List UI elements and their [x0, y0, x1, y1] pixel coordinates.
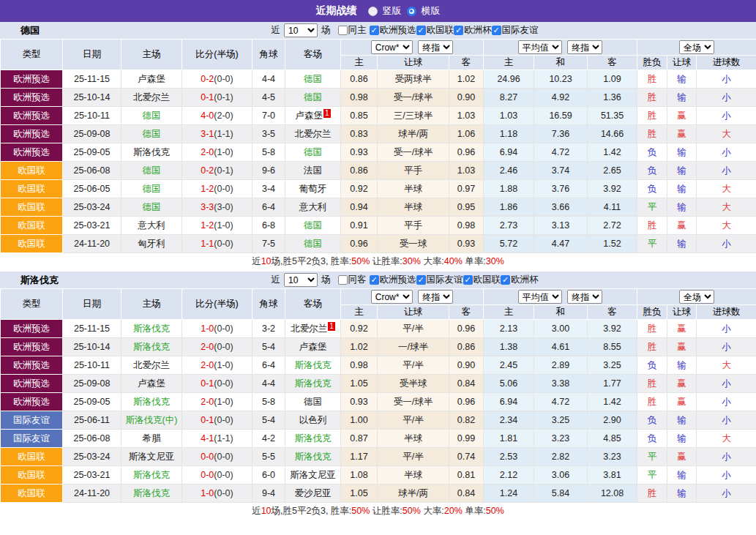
near-label: 近 — [272, 274, 281, 286]
average-select[interactable]: 平均值 — [518, 290, 562, 304]
same-venue-checkbox[interactable] — [338, 26, 348, 35]
result-handicap: 输 — [667, 466, 697, 485]
score-cell: 1-2(0-0) — [182, 180, 252, 198]
away-team-link[interactable]: 卢森堡 — [295, 111, 323, 121]
bookmaker-select[interactable]: Crow* — [371, 40, 413, 54]
same-venue-label: 同客 — [348, 274, 367, 286]
home-team-link[interactable]: 德国 — [143, 129, 161, 139]
away-team-link[interactable]: 意大利 — [299, 202, 327, 212]
scope-select[interactable]: 全场 — [679, 290, 714, 304]
home-team-link[interactable]: 斯洛伐克 — [133, 397, 170, 407]
result-goals: 小 — [697, 235, 756, 253]
horizontal-view-label[interactable]: 横版 — [422, 4, 441, 18]
fulltime-score: 1-1 — [201, 239, 214, 249]
home-team-link[interactable]: 斯洛伐克 — [133, 342, 170, 352]
away-team-link[interactable]: 德国 — [304, 74, 322, 84]
match-row: 国际友谊25-06-11斯洛伐克(中)0-1(0-0)5-4以色列1.00平/半… — [1, 411, 756, 430]
home-team-link[interactable]: 斯洛伐克 — [133, 147, 170, 157]
vertical-view-label[interactable]: 竖版 — [383, 4, 402, 18]
home-team-link[interactable]: 斯洛伐克 — [133, 323, 170, 334]
away-team-link[interactable]: 德国 — [304, 220, 322, 231]
home-team-link[interactable]: 德国 — [143, 184, 161, 194]
same-venue-checkbox[interactable] — [338, 275, 348, 285]
home-team-link[interactable]: 意大利 — [138, 220, 165, 231]
match-row: 欧国联25-03-21斯洛伐克0-0(0-0)6-0斯洛文尼亚1.08半球0.8… — [1, 466, 756, 485]
bookmaker-time-select[interactable]: 终指 — [418, 40, 453, 54]
result-handicap: 输 — [667, 430, 697, 448]
league-filter-checkbox[interactable] — [492, 26, 501, 35]
league-filter-checkbox[interactable] — [416, 26, 426, 35]
home-team-link[interactable]: 卢森堡 — [138, 74, 165, 84]
avg-away-odds: 1.42 — [588, 393, 637, 411]
match-date: 25-06-08 — [63, 162, 121, 180]
home-team-link[interactable]: 斯洛伐克 — [133, 488, 170, 498]
away-team-link[interactable]: 德国 — [304, 92, 322, 102]
score-cell: 1-0(0-0) — [182, 320, 252, 338]
table-group-header-row: 类型 日期 主场 比分(半场) 角球 客场 Crow* 终指 平均值 终指 全场 — [1, 289, 756, 305]
home-team-link[interactable]: 卢森堡 — [138, 378, 165, 389]
home-team-link[interactable]: 斯洛伐克 — [133, 470, 170, 480]
result-handicap: 输 — [667, 162, 697, 180]
home-team-link[interactable]: 匈牙利 — [138, 239, 165, 249]
match-row: 欧国联25-03-24斯洛文尼亚0-0(0-0)5-5斯洛伐克1.17平/半0.… — [1, 448, 756, 466]
away-team-link[interactable]: 卢森堡 — [299, 342, 327, 352]
subcol-goals: 进球数 — [697, 56, 756, 70]
away-team-link[interactable]: 以色列 — [299, 415, 327, 425]
home-team-link[interactable]: 德国 — [143, 165, 161, 176]
bookmaker-odds-group-header: Crow* 终指 — [341, 40, 484, 56]
column-header-home: 主场 — [121, 289, 182, 320]
scope-select[interactable]: 全场 — [679, 40, 714, 54]
league-filter-checkbox[interactable] — [463, 275, 473, 285]
league-filter-checkbox[interactable] — [370, 275, 379, 285]
league-filter-checkbox[interactable] — [370, 26, 379, 35]
home-team-link[interactable]: 希腊 — [143, 433, 161, 444]
away-team-link[interactable]: 斯洛伐克 — [295, 452, 332, 462]
league-filter-checkbox[interactable] — [454, 26, 463, 35]
match-row: 欧国联24-11-20匈牙利1-1(0-0)7-5德国0.96受一球0.935.… — [1, 235, 756, 253]
away-team-link[interactable]: 北爱尔兰 — [295, 129, 332, 139]
summary-part: 10 — [261, 506, 272, 516]
average-select[interactable]: 平均值 — [518, 40, 562, 54]
home-team-link[interactable]: 北爱尔兰 — [133, 360, 170, 370]
rounds-select[interactable]: 10 — [284, 273, 318, 287]
rounds-select[interactable]: 10 — [284, 23, 318, 37]
away-team-link[interactable]: 北爱尔兰 — [291, 323, 327, 334]
subcol-away-odds: 客 — [449, 305, 484, 320]
away-team-link[interactable]: 法国 — [304, 165, 322, 176]
fulltime-score: 0-2 — [201, 165, 214, 176]
home-team-link[interactable]: 斯洛伐克(中) — [126, 415, 178, 425]
summary-part: 近 — [252, 256, 261, 266]
halftime-score: (1-0) — [214, 397, 233, 407]
corner-count: 6-4 — [252, 198, 285, 217]
away-team-link[interactable]: 斯洛伐克 — [295, 433, 332, 444]
red-card-badge: 1 — [328, 322, 335, 331]
league-filter-checkbox[interactable] — [501, 275, 510, 285]
away-team-link[interactable]: 葡萄牙 — [299, 184, 327, 194]
avg-home-odds: 6.94 — [484, 143, 534, 162]
horizontal-view-radio[interactable] — [407, 7, 416, 16]
home-team-link[interactable]: 北爱尔兰 — [133, 92, 170, 102]
average-time-select[interactable]: 终指 — [567, 290, 602, 304]
league-filter-checkbox[interactable] — [416, 275, 426, 285]
avg-draw-odds: 2.82 — [534, 448, 588, 466]
average-time-select[interactable]: 终指 — [567, 40, 602, 54]
fulltime-score: 0-1 — [201, 92, 214, 102]
away-team-link[interactable]: 德国 — [304, 147, 322, 157]
match-row: 国际友谊25-06-08希腊4-1(1-1)4-2斯洛伐克0.87半球0.991… — [1, 430, 756, 448]
away-team-link[interactable]: 斯洛文尼亚 — [290, 470, 336, 480]
home-team-link[interactable]: 德国 — [143, 111, 161, 121]
column-header-away: 客场 — [285, 40, 341, 70]
away-team-link[interactable]: 爱沙尼亚 — [295, 488, 332, 498]
bookmaker-time-select[interactable]: 终指 — [418, 290, 453, 304]
away-team-link[interactable]: 德国 — [304, 397, 322, 407]
home-team-link[interactable]: 斯洛文尼亚 — [129, 452, 175, 462]
away-team-link[interactable]: 斯洛伐克 — [295, 378, 332, 389]
corner-count: 4-4 — [252, 70, 285, 89]
vertical-view-radio[interactable] — [368, 7, 378, 16]
summary-part: 大率: — [421, 256, 444, 266]
home-cell: 斯洛伐克(中) — [121, 411, 182, 430]
away-team-link[interactable]: 德国 — [304, 239, 322, 249]
away-team-link[interactable]: 斯洛伐克 — [295, 360, 332, 370]
home-team-link[interactable]: 德国 — [143, 202, 161, 212]
bookmaker-select[interactable]: Crow* — [371, 290, 413, 304]
